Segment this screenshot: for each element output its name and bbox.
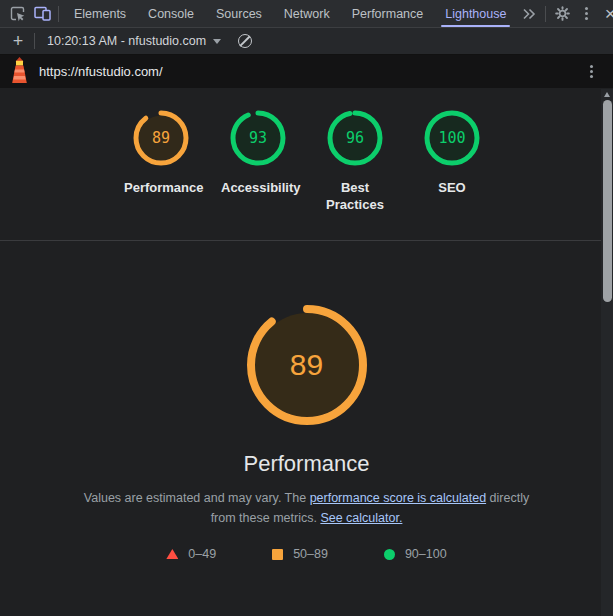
score-value: 96	[327, 110, 383, 166]
summary-gauge-best-practices: 96 Best Practices	[307, 110, 404, 240]
caret-down-icon	[213, 39, 221, 44]
tab-elements[interactable]: Elements	[63, 0, 137, 27]
gauge-label: Best Practices	[318, 179, 392, 213]
gear-icon[interactable]	[550, 2, 574, 26]
more-tabs-icon[interactable]	[517, 2, 541, 26]
lighthouse-toolbar: + 10:20:13 AM - nfustudio.com	[0, 28, 613, 55]
pass-circle-icon	[384, 549, 395, 560]
report-selector-label: 10:20:13 AM - nfustudio.com	[47, 34, 206, 48]
tab-sources[interactable]: Sources	[205, 0, 273, 27]
tab-lighthouse[interactable]: Lighthouse	[434, 0, 517, 27]
toolbar-separator	[545, 6, 546, 22]
section-title: Performance	[0, 451, 613, 477]
vertical-scrollbar[interactable]	[601, 89, 613, 616]
legend-label: 50–89	[293, 547, 328, 561]
legend-average: 50–89	[272, 547, 328, 561]
disclaimer-text: Values are estimated and may vary. The	[84, 491, 310, 505]
devtools-tab-bar: Elements Console Sources Network Perform…	[0, 0, 613, 28]
kebab-menu-icon[interactable]	[574, 2, 598, 26]
gauge-seo[interactable]: 100	[424, 110, 480, 166]
summary-gauge-performance: 89 Performance	[113, 110, 210, 240]
score-calc-link[interactable]: performance score is calculated	[310, 491, 486, 505]
report-header: https://nfustudio.com/	[0, 55, 613, 88]
gauge-performance[interactable]: 89	[133, 110, 189, 166]
clear-reports-icon[interactable]	[233, 29, 257, 53]
score-summary: 89 Performance 93 Accessibility 96	[0, 89, 613, 241]
score-disclaimer: Values are estimated and may vary. The p…	[84, 488, 530, 528]
average-square-icon	[272, 549, 283, 560]
summary-gauge-seo: 100 SEO	[404, 110, 501, 240]
new-report-icon[interactable]: +	[6, 29, 30, 53]
see-calculator-link[interactable]: See calculator.	[320, 511, 402, 525]
gauge-label: Accessibility	[221, 179, 295, 196]
summary-gauge-accessibility: 93 Accessibility	[210, 110, 307, 240]
report-body: 89 Performance 93 Accessibility 96	[0, 89, 613, 616]
score-value: 93	[230, 110, 286, 166]
scrollbar-thumb[interactable]	[603, 100, 612, 302]
gauge-best-practices[interactable]: 96	[327, 110, 383, 166]
legend-fail: 0–49	[166, 547, 216, 561]
tab-network[interactable]: Network	[273, 0, 341, 27]
lighthouse-icon	[10, 57, 29, 87]
legend-pass: 90–100	[384, 547, 447, 561]
gauge-accessibility[interactable]: 93	[230, 110, 286, 166]
legend-label: 0–49	[188, 547, 216, 561]
device-toolbar-icon[interactable]	[30, 2, 54, 26]
score-value: 89	[245, 303, 369, 427]
close-icon[interactable]: ×	[598, 2, 613, 26]
inspect-cursor-icon[interactable]	[6, 2, 30, 26]
tab-console[interactable]: Console	[137, 0, 205, 27]
performance-gauge-large[interactable]: 89	[245, 303, 369, 427]
toolbar-separator	[34, 33, 35, 49]
legend-label: 90–100	[405, 547, 447, 561]
scroll-up-arrow-icon[interactable]	[604, 92, 610, 97]
fail-triangle-icon	[166, 549, 178, 559]
tab-performance[interactable]: Performance	[341, 0, 435, 27]
gauge-label: Performance	[124, 179, 198, 196]
report-selector-dropdown[interactable]: 10:20:13 AM - nfustudio.com	[39, 34, 229, 48]
score-legend: 0–49 50–89 90–100	[0, 547, 613, 561]
report-url-link[interactable]: https://nfustudio.com/	[39, 64, 579, 79]
toolbar-separator	[58, 6, 59, 22]
score-value: 100	[424, 110, 480, 166]
gauge-label: SEO	[438, 179, 465, 196]
score-value: 89	[133, 110, 189, 166]
kebab-menu-icon[interactable]	[579, 60, 603, 84]
